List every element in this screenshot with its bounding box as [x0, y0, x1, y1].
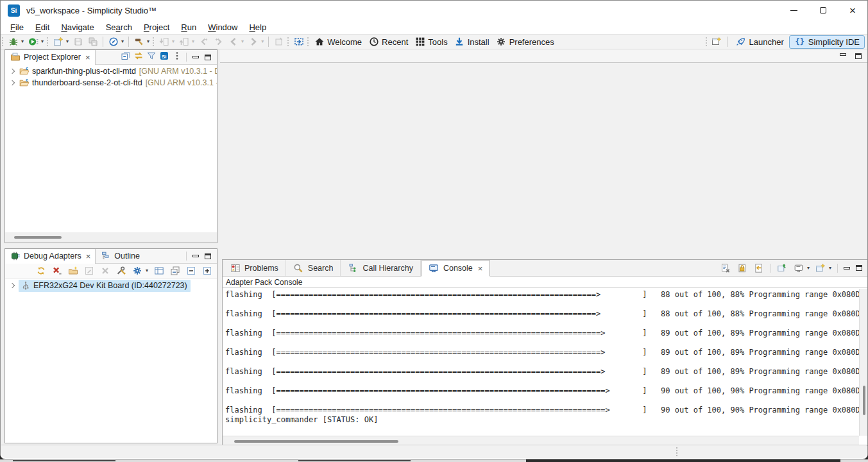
- clock-icon: [368, 37, 379, 47]
- collapse-all-button[interactable]: [120, 51, 131, 64]
- debug-adapters-panel: Debug Adapters×Outline ▾ EFR32xG24 Dev K…: [4, 248, 217, 443]
- minimize-button[interactable]: [779, 1, 808, 20]
- word-wrap-button[interactable]: [752, 261, 767, 275]
- new-wizard-button[interactable]: ▾: [51, 35, 71, 49]
- maximize-button[interactable]: [808, 1, 838, 20]
- expand-chevron-icon[interactable]: [10, 283, 15, 288]
- menu-project[interactable]: Project: [138, 21, 175, 33]
- discover-icon: [108, 37, 119, 47]
- scrollbar-thumb[interactable]: [863, 386, 865, 415]
- outline-icon: [100, 251, 111, 262]
- maximize-view-icon[interactable]: [855, 53, 862, 59]
- device-tools-button[interactable]: [114, 264, 129, 278]
- new-item-icon: [273, 37, 284, 47]
- minimize-view-icon[interactable]: [844, 267, 850, 270]
- select-device-button[interactable]: [291, 35, 306, 49]
- search-pencil-icon: [293, 262, 304, 273]
- new-group-button[interactable]: [66, 264, 81, 278]
- main-toolbar: ▾▾▾▾▾▾▾▾▾WelcomeRecentToolsInstallPrefer…: [1, 34, 867, 49]
- table-view-button[interactable]: [151, 264, 166, 278]
- recent-button[interactable]: Recent: [366, 35, 412, 49]
- tab-call-hierarchy[interactable]: Call Hierarchy: [341, 260, 421, 276]
- filter-button[interactable]: [146, 51, 157, 64]
- menu-edit[interactable]: Edit: [30, 21, 55, 33]
- toolbar-separator: [103, 37, 103, 47]
- si-view-icon: Si: [158, 51, 169, 62]
- tab-problems[interactable]: Problems: [223, 260, 286, 276]
- dropdown-arrow-icon: ▾: [192, 39, 194, 44]
- adapter-tree-item[interactable]: EFR32xG24 Dev Kit Board (ID:440272723): [5, 279, 217, 292]
- menu-help[interactable]: Help: [243, 21, 272, 33]
- console-hscrollbar[interactable]: [223, 436, 859, 445]
- display-console-button[interactable]: ▾: [792, 261, 812, 275]
- app-window: Si v5_workspace - Simplicity Studio™ × F…: [0, 0, 868, 459]
- close-tab-icon[interactable]: ×: [86, 252, 91, 261]
- gear-icon: [496, 37, 507, 47]
- view-menu-button[interactable]: [171, 51, 182, 64]
- home-icon: [314, 37, 325, 47]
- tab-project-explorer[interactable]: Project Explorer×: [5, 50, 96, 65]
- open-perspective-button[interactable]: [710, 35, 724, 49]
- expand-chevron-icon[interactable]: [10, 80, 15, 85]
- close-tab-icon[interactable]: ×: [478, 264, 483, 273]
- disconnect-button[interactable]: [50, 264, 65, 278]
- tab-label: Call Hierarchy: [362, 264, 413, 273]
- project-explorer-hscrollbar[interactable]: [5, 232, 217, 243]
- close-button[interactable]: ×: [838, 1, 867, 20]
- open-console-button[interactable]: ▾: [813, 261, 833, 275]
- project-tree-item[interactable]: csparkfun-thing-plus-ot-cli-mtd[GNU ARM …: [5, 65, 217, 77]
- console-vscrollbar[interactable]: [859, 289, 868, 436]
- preferences-button[interactable]: Preferences: [493, 35, 558, 49]
- install-button[interactable]: Install: [452, 35, 493, 49]
- minimize-view-icon[interactable]: [192, 56, 199, 58]
- project-tree-item[interactable]: cthunderboard-sense-2-ot-cli-ftd[GNU ARM…: [5, 77, 217, 89]
- console-output[interactable]: flashing [==============================…: [223, 289, 859, 436]
- perspective-launcher[interactable]: Launcher: [730, 35, 789, 49]
- maximize-view-icon[interactable]: [205, 55, 211, 60]
- selected-adapter[interactable]: EFR32xG24 Dev Kit Board (ID:440272723): [19, 280, 191, 292]
- tools-button[interactable]: Tools: [412, 35, 451, 49]
- cascade-view-button[interactable]: [167, 264, 182, 278]
- link-with-editor-button[interactable]: [133, 51, 144, 64]
- recent-button-label: Recent: [382, 37, 408, 47]
- tools-button-label: Tools: [428, 37, 447, 47]
- discover-button[interactable]: ▾: [106, 35, 126, 49]
- menu-window[interactable]: Window: [202, 21, 243, 33]
- clear-console-icon: [720, 262, 731, 273]
- scrollbar-thumb[interactable]: [14, 236, 62, 239]
- tab-search[interactable]: Search: [286, 260, 341, 276]
- connect-icon: [36, 266, 47, 277]
- perspective-simplicity-ide[interactable]: {}Simplicity IDE: [789, 35, 865, 49]
- menu-file[interactable]: File: [4, 21, 30, 33]
- rename-icon: [84, 266, 95, 277]
- clear-console-button[interactable]: [719, 261, 733, 275]
- maximize-view-icon[interactable]: [205, 253, 211, 259]
- adapter-settings-button[interactable]: ▾: [130, 264, 150, 278]
- folder-c-icon: c: [19, 66, 30, 77]
- close-tab-icon[interactable]: ×: [85, 53, 90, 62]
- menu-run[interactable]: Run: [175, 21, 202, 33]
- tab-debug-adapters[interactable]: Debug Adapters×: [5, 249, 96, 264]
- minimize-view-icon[interactable]: [840, 53, 846, 56]
- minimize-view-icon[interactable]: [192, 255, 199, 257]
- tab-console[interactable]: Console×: [421, 260, 490, 277]
- collapse-tree-button[interactable]: [183, 264, 198, 278]
- pin-console-button[interactable]: [775, 261, 790, 275]
- connect-button[interactable]: [34, 264, 49, 278]
- maximize-view-icon[interactable]: [856, 265, 862, 271]
- focus-si-button[interactable]: Si: [158, 51, 169, 64]
- build-button[interactable]: ▾: [132, 35, 151, 49]
- debug-button[interactable]: ▾: [6, 35, 26, 49]
- expand-chevron-icon[interactable]: [10, 69, 15, 74]
- save-all-icon: [87, 37, 98, 47]
- scroll-lock-button[interactable]: [735, 261, 750, 275]
- scrollbar-thumb[interactable]: [234, 440, 398, 443]
- menu-navigate[interactable]: Navigate: [55, 21, 99, 33]
- tab-outline[interactable]: Outline: [96, 249, 144, 264]
- welcome-button[interactable]: Welcome: [311, 35, 366, 49]
- expand-tree-button[interactable]: [200, 264, 214, 278]
- toolbar-grip: [153, 37, 155, 46]
- fwd-edit-icon: [213, 37, 224, 47]
- menu-search[interactable]: Search: [100, 21, 138, 33]
- run-button[interactable]: ▾: [26, 35, 46, 49]
